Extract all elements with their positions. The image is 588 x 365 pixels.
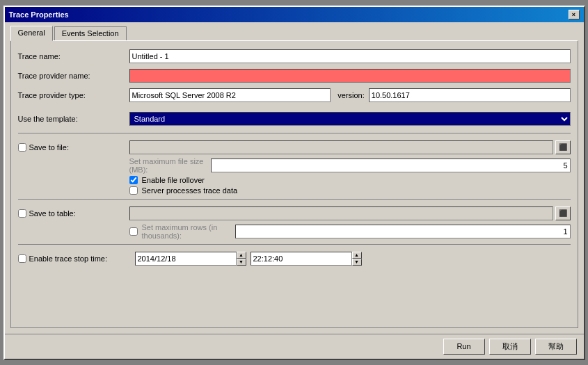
trace-name-label: Trace name: [18,52,129,60]
enable-rollover-row: Enable file rollover [129,176,571,184]
save-to-file-row: Save to file: ⬛ [18,140,571,154]
save-to-file-input [129,140,553,154]
run-button[interactable]: Run [443,339,485,355]
browse-file-icon: ⬛ [559,143,567,151]
title-bar: Trace Properties × [5,7,584,22]
version-label: version: [337,91,365,99]
server-processes-row: Server processes trace data [129,186,571,195]
version-input [369,88,571,102]
date-spin-up[interactable]: ▲ [237,252,246,259]
browse-table-icon: ⬛ [559,209,567,217]
divider-3 [18,244,571,245]
close-button[interactable]: × [569,10,580,19]
cancel-button[interactable]: 取消 [489,339,531,355]
divider-2 [18,199,571,200]
max-rows-checkbox[interactable] [129,227,138,236]
browse-file-button[interactable]: ⬛ [555,140,571,154]
table-options: Set maximum rows (in thousands): [129,223,571,240]
template-row: Use the template: Standard Blank SP_Coun… [18,112,571,126]
trace-provider-type-label: Trace provider type: [18,91,129,99]
trace-name-control [129,49,571,63]
max-file-size-row: Set maximum file size (MB): [129,157,571,174]
trace-name-input[interactable] [129,49,571,63]
max-rows-row: Set maximum rows (in thousands): [129,223,571,240]
save-to-file-checkbox[interactable] [18,143,26,152]
tab-general[interactable]: General [10,26,53,41]
stop-time-input[interactable] [251,252,352,266]
template-label: Use the template: [18,115,129,123]
trace-provider-type-input [129,88,331,102]
trace-provider-name-label: Trace provider name: [18,72,129,80]
time-spin-down[interactable]: ▼ [352,259,362,266]
trace-name-row: Trace name: [18,49,571,63]
save-to-table-input [129,206,553,220]
tab-panel-general: Trace name: Trace provider name: Trace p… [10,40,578,328]
title-bar-buttons: × [569,10,580,19]
server-processes-label: Server processes trace data [142,186,238,195]
help-button[interactable]: 幫助 [535,339,577,355]
dialog-title: Trace Properties [9,10,69,19]
tab-bar: General Events Selection [10,25,578,40]
save-to-file-label[interactable]: Save to file: [18,143,129,152]
stop-date-wrapper: ▲ ▼ [135,252,246,266]
divider-1 [18,133,571,133]
trace-properties-dialog: Trace Properties × General Events Select… [3,6,585,360]
tab-events-selection[interactable]: Events Selection [54,26,127,40]
enable-rollover-checkbox[interactable] [129,176,138,184]
date-spin[interactable]: ▲ ▼ [237,252,246,266]
bottom-bar: Run 取消 幫助 [5,334,584,359]
time-spin[interactable]: ▲ ▼ [352,252,362,266]
trace-provider-name-row: Trace provider name: [18,69,571,83]
stop-date-input[interactable] [135,252,237,266]
stop-time-wrapper: ▲ ▼ [251,252,362,266]
enable-rollover-label: Enable file rollover [142,176,205,184]
time-spin-up[interactable]: ▲ [352,252,362,259]
server-processes-checkbox[interactable] [129,186,138,195]
trace-provider-name-input[interactable] [129,69,571,83]
browse-table-button[interactable]: ⬛ [555,206,571,220]
stop-time-checkbox[interactable] [18,254,26,263]
stop-time-label[interactable]: Enable trace stop time: [18,254,129,263]
save-to-table-checkbox[interactable] [18,209,26,218]
max-rows-label: Set maximum rows (in thousands): [142,223,231,240]
trace-provider-type-row: Trace provider type: version: [18,88,571,102]
file-options: Set maximum file size (MB): Enable file … [129,157,571,195]
date-spin-down[interactable]: ▼ [237,259,246,266]
max-file-size-input[interactable] [211,159,571,172]
dialog-content: General Events Selection Trace name: Tra… [5,22,584,334]
max-file-size-label: Set maximum file size (MB): [129,157,207,174]
max-rows-input[interactable] [235,225,571,238]
stop-time-row: Enable trace stop time: ▲ ▼ ▲ ▼ [18,252,571,266]
save-to-table-label[interactable]: Save to table: [18,209,129,218]
save-to-table-row: Save to table: ⬛ [18,206,571,220]
trace-provider-name-control [129,69,571,83]
template-select[interactable]: Standard Blank SP_Counts TSQL TSQL_Durat… [129,112,571,126]
